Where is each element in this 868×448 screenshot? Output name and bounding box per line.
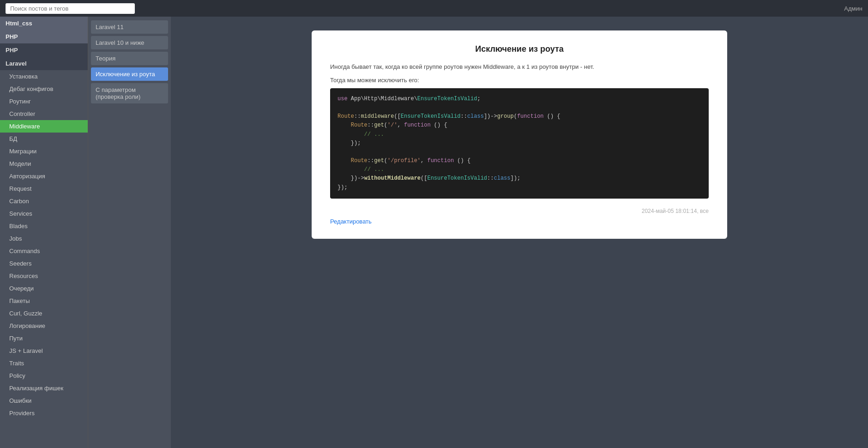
sub-sidebar: Laravel 11 Laravel 10 и ниже Теория Искл… bbox=[88, 17, 171, 448]
code-comment2: // ... bbox=[364, 166, 384, 173]
code-comma2: , bbox=[421, 157, 427, 164]
code-space3: () { bbox=[454, 157, 470, 164]
code-without-middleware: withoutMiddleware bbox=[364, 175, 421, 182]
user-label: Админ bbox=[844, 5, 862, 12]
code-route: Route bbox=[338, 113, 354, 120]
code-group-func: group bbox=[497, 113, 514, 120]
code-comment1: // ... bbox=[364, 131, 384, 138]
sidebar-category-php-top[interactable]: PHP bbox=[0, 30, 88, 43]
code-function1: function bbox=[517, 113, 544, 120]
code-semicolon: ; bbox=[477, 96, 480, 102]
left-sidebar: Html_css PHP PHP Laravel Установка Дебаг… bbox=[0, 17, 88, 448]
sub-sidebar-item-with-param[interactable]: С параметром (проверка роли) bbox=[91, 83, 168, 103]
sidebar-item-features[interactable]: Реализация фишек bbox=[0, 382, 88, 394]
sub-sidebar-item-exception[interactable]: Исключение из роута bbox=[91, 67, 168, 81]
sidebar-item-models[interactable]: Модели bbox=[0, 157, 88, 170]
sidebar-item-migrations[interactable]: Миграции bbox=[0, 145, 88, 157]
code-paren5: ( bbox=[384, 157, 387, 164]
code-function3: function bbox=[427, 157, 454, 164]
sidebar-item-request[interactable]: Request bbox=[0, 182, 88, 195]
code-route3: Route bbox=[351, 157, 368, 164]
sidebar-item-logging[interactable]: Логирование bbox=[0, 320, 88, 332]
code-close4: }); bbox=[338, 184, 348, 191]
code-block: use App\Http\Middleware\EnsureTokenIsVal… bbox=[330, 88, 709, 199]
sidebar-item-policy[interactable]: Policy bbox=[0, 369, 88, 382]
code-paren2: ])-> bbox=[484, 113, 497, 120]
article-date: 2024-май-05 18:01:14, все bbox=[330, 208, 709, 214]
sidebar-item-seeders[interactable]: Seeders bbox=[0, 257, 88, 270]
sidebar-category-laravel[interactable]: Laravel bbox=[0, 57, 88, 70]
sidebar-item-auth[interactable]: Авторизация bbox=[0, 170, 88, 182]
sidebar-item-queues[interactable]: Очереди bbox=[0, 282, 88, 295]
code-colon3: :: bbox=[368, 157, 374, 164]
code-paren1: ([ bbox=[394, 113, 400, 120]
code-use-keyword: use bbox=[338, 96, 348, 102]
article-edit-link[interactable]: Редактировать bbox=[330, 218, 372, 225]
sidebar-item-packages[interactable]: Пакеты bbox=[0, 295, 88, 307]
code-paren6: ([ bbox=[421, 175, 427, 182]
code-comma1: , bbox=[398, 122, 404, 128]
sidebar-item-routing[interactable]: Роутинг bbox=[0, 95, 88, 108]
code-class-name: EnsureTokenIsValid bbox=[417, 96, 477, 102]
code-colon1: :: bbox=[354, 113, 361, 120]
code-route2: Route bbox=[351, 122, 368, 128]
sidebar-item-services[interactable]: Services bbox=[0, 207, 88, 220]
sidebar-item-providers[interactable]: Providers bbox=[0, 407, 88, 419]
search-container bbox=[6, 3, 135, 14]
sidebar-item-carbon[interactable]: Carbon bbox=[0, 195, 88, 207]
code-namespace: App\Http\Middleware\ bbox=[351, 96, 417, 102]
article-body2: Тогда мы можем исключить его: bbox=[330, 77, 709, 84]
code-close2: })-> bbox=[351, 175, 364, 182]
code-paren4: ( bbox=[384, 122, 387, 128]
topbar: Админ bbox=[0, 0, 868, 17]
code-colon2: :: bbox=[368, 122, 374, 128]
main-layout: Html_css PHP PHP Laravel Установка Дебаг… bbox=[0, 17, 868, 448]
sidebar-item-ustanovka[interactable]: Установка bbox=[0, 70, 88, 83]
sidebar-item-controller[interactable]: Controller bbox=[0, 108, 88, 120]
code-space1: () { bbox=[544, 113, 561, 120]
sidebar-item-errors[interactable]: Ошибки bbox=[0, 394, 88, 407]
article-card: Исключение из роута Иногда бывает так, к… bbox=[312, 30, 727, 239]
code-space2: () { bbox=[431, 122, 447, 128]
sub-sidebar-item-theory[interactable]: Теория bbox=[91, 52, 168, 65]
code-class-sep: :: bbox=[460, 113, 467, 120]
sidebar-item-traits[interactable]: Traits bbox=[0, 357, 88, 369]
sidebar-item-jobs[interactable]: Jobs bbox=[0, 232, 88, 245]
sub-sidebar-item-laravel10[interactable]: Laravel 10 и ниже bbox=[91, 36, 168, 49]
code-function2: function bbox=[404, 122, 431, 128]
search-input[interactable] bbox=[6, 3, 135, 14]
code-profile: '/profile' bbox=[387, 157, 421, 164]
code-ensure-class2: EnsureTokenIsValid bbox=[427, 175, 487, 182]
code-sep2: :: bbox=[487, 175, 494, 182]
article-body1: Иногда бывает так, когда ко всей группе … bbox=[330, 62, 709, 72]
code-get1: get bbox=[374, 122, 384, 128]
sidebar-item-blades[interactable]: Blades bbox=[0, 220, 88, 232]
sub-sidebar-item-laravel11[interactable]: Laravel 11 bbox=[91, 20, 168, 34]
code-slash: '/' bbox=[387, 122, 398, 128]
sidebar-item-js-laravel[interactable]: JS + Laravel bbox=[0, 345, 88, 357]
sidebar-item-bd[interactable]: БД bbox=[0, 133, 88, 145]
sidebar-item-paths[interactable]: Пути bbox=[0, 332, 88, 345]
sidebar-category-php[interactable]: PHP bbox=[0, 43, 88, 57]
sidebar-item-curl[interactable]: Curl, Guzzle bbox=[0, 307, 88, 320]
code-class-keyword1: class bbox=[467, 113, 484, 120]
code-close3: ]); bbox=[511, 175, 521, 182]
code-middleware-func: middleware bbox=[361, 113, 394, 120]
article-title: Исключение из роута bbox=[330, 44, 709, 54]
sidebar-item-debug[interactable]: Дебаг конфигов bbox=[0, 83, 88, 95]
code-class-keyword2: class bbox=[494, 175, 510, 182]
sidebar-item-commands[interactable]: Commands bbox=[0, 245, 88, 257]
sidebar-item-resources[interactable]: Resources bbox=[0, 270, 88, 282]
sidebar-item-middleware[interactable]: Middleware bbox=[0, 120, 88, 133]
sidebar-category-html-css[interactable]: Html_css bbox=[0, 17, 88, 30]
code-close1: }); bbox=[351, 140, 361, 146]
code-get2: get bbox=[374, 157, 384, 164]
code-ensure-class1: EnsureTokenIsValid bbox=[401, 113, 461, 120]
main-content: Исключение из роута Иногда бывает так, к… bbox=[171, 17, 868, 448]
code-paren3: ( bbox=[514, 113, 517, 120]
